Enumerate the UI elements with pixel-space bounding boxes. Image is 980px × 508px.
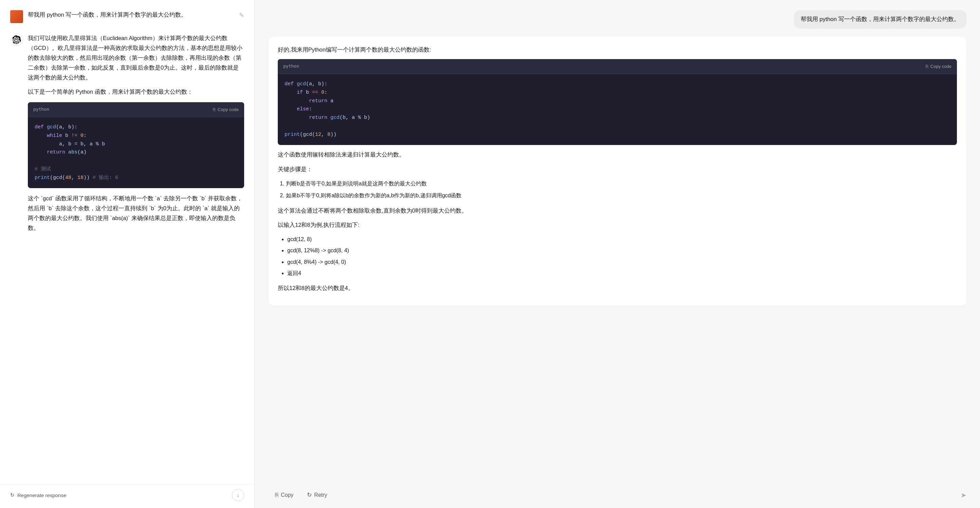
step-item-2: 如果b不等于0,则将a除以b的余数作为新的a,b作为新的b,递归调用gcd函数 — [286, 191, 957, 200]
right-code-header: python ⎘ Copy code — [278, 59, 957, 74]
left-code-block: python ⎘ Copy code def gcd(a, b): while … — [28, 102, 244, 188]
left-code-body: def gcd(a, b): while b != 0: a, b = b, a… — [28, 117, 244, 188]
left-bottom-bar: ↻ Regenerate response ↓ — [0, 484, 255, 508]
code-line-7: print(gcd(48, 18)) # 输出: 6 — [35, 174, 237, 182]
user-message-text: 帮我用 python 写一个函数，用来计算两个数字的最大公约数。 — [28, 10, 234, 19]
ai-message-row: 我们可以使用欧几里得算法（Euclidean Algorithm）来计算两个数的… — [10, 33, 244, 238]
copy-code-button[interactable]: ⎘ Copy code — [213, 107, 239, 112]
copy-label: Copy — [281, 492, 293, 498]
copy-icon: ⎘ — [213, 107, 216, 112]
example-steps-list: gcd(12, 8) gcd(8, 12%8) -> gcd(8, 4) gcd… — [278, 235, 957, 278]
example-step-3: gcd(4, 8%4) -> gcd(4, 0) — [287, 257, 957, 267]
right-example-intro: 以输入12和8为例,执行流程如下: — [278, 220, 957, 230]
right-bottom-bar: Copy Retry ➤ — [255, 483, 980, 508]
ai-message-content: 我们可以使用欧几里得算法（Euclidean Algorithm）来计算两个数的… — [28, 33, 244, 238]
scroll-down-icon: ↓ — [237, 493, 239, 498]
scroll-down-button[interactable]: ↓ — [232, 489, 244, 501]
right-conclusion: 所以12和8的最大公约数是4。 — [278, 283, 957, 293]
chatgpt-logo-icon — [12, 35, 21, 44]
user-avatar — [10, 10, 23, 23]
example-step-4: 返回4 — [287, 269, 957, 278]
example-step-1: gcd(12, 8) — [287, 235, 957, 244]
right-copy-icon: ⎘ — [926, 64, 928, 69]
steps-list: 判断b是否等于0,如果是则说明a就是这两个数的最大公约数 如果b不等于0,则将a… — [278, 179, 957, 200]
step-item-1: 判断b是否等于0,如果是则说明a就是这两个数的最大公约数 — [286, 179, 957, 188]
user-avatar-image — [10, 10, 23, 23]
ai-avatar — [10, 33, 23, 46]
key-steps-title: 关键步骤是： — [278, 164, 957, 174]
edit-icon[interactable]: ✎ — [239, 11, 244, 19]
right-copy-code-button[interactable]: ⎘ Copy code — [926, 64, 951, 69]
right-code-lang: python — [283, 62, 299, 70]
ai-intro-text: 我们可以使用欧几里得算法（Euclidean Algorithm）来计算两个数的… — [28, 33, 244, 82]
regenerate-button[interactable]: ↻ Regenerate response — [10, 492, 66, 498]
copy-action-icon — [275, 492, 278, 498]
code-line-3: a, b = b, a % b — [35, 140, 237, 149]
retry-label: Retry — [314, 492, 327, 498]
right-code-line-7: print(gcd(12, 8)) — [285, 131, 950, 139]
right-code-body: def gcd(a, b): if b == 0: return a else:… — [278, 74, 957, 145]
right-code-line-2: if b == 0: — [285, 89, 950, 97]
copy-button[interactable]: Copy — [268, 488, 300, 502]
edit-icon-area: ✎ — [239, 10, 244, 19]
code-line-1: def gcd(a, b): — [35, 123, 237, 132]
right-ai-intro: 好的,我来用Python编写一个计算两个数的最大公约数的函数: — [278, 45, 957, 55]
retry-action-icon — [307, 491, 312, 498]
ai-response-card: 好的,我来用Python编写一个计算两个数的最大公约数的函数: python ⎘… — [268, 37, 966, 306]
right-code-line-3: return a — [285, 97, 950, 106]
user-message-row: 帮我用 python 写一个函数，用来计算两个数字的最大公约数。 ✎ — [10, 7, 244, 23]
right-code-line-5: return gcd(b, a % b) — [285, 114, 950, 122]
example-step-2: gcd(8, 12%8) -> gcd(8, 4) — [287, 246, 957, 255]
right-code-line-6 — [285, 122, 950, 131]
send-icon[interactable]: ➤ — [961, 491, 966, 499]
right-scroll-content: 帮我用 python 写一个函数，用来计算两个数字的最大公约数。 好的,我来用P… — [255, 0, 980, 508]
code-header: python ⎘ Copy code — [28, 102, 244, 117]
code-line-6: # 测试 — [35, 166, 237, 174]
left-scroll-content: 帮我用 python 写一个函数，用来计算两个数字的最大公约数。 ✎ 我们可以使… — [0, 0, 255, 508]
code-line-2: while b != 0: — [35, 132, 237, 140]
ai-outro-text: 这个 `gcd` 函数采用了循环结构，不断地用一个数 `a` 去除另一个数 `b… — [28, 194, 244, 233]
code-line-4: return abs(a) — [35, 148, 237, 157]
right-ai-explanation: 这个函数使用辗转相除法来递归计算最大公约数。 — [278, 150, 957, 159]
code-line-5 — [35, 157, 237, 166]
left-panel: 帮我用 python 写一个函数，用来计算两个数字的最大公约数。 ✎ 我们可以使… — [0, 0, 255, 508]
right-bottom-bar-right: ➤ — [961, 491, 966, 499]
regen-icon: ↻ — [10, 492, 14, 498]
right-code-line-1: def gcd(a, b): — [285, 80, 950, 89]
regen-label: Regenerate response — [18, 492, 66, 498]
ai-pre-code-text: 以下是一个简单的 Python 函数，用来计算两个数的最大公约数： — [28, 87, 244, 97]
right-user-bubble: 帮我用 python 写一个函数，用来计算两个数字的最大公约数。 — [794, 10, 967, 29]
retry-button[interactable]: Retry — [300, 488, 334, 502]
right-panel: 帮我用 python 写一个函数，用来计算两个数字的最大公约数。 好的,我来用P… — [255, 0, 980, 508]
right-code-block: python ⎘ Copy code def gcd(a, b): if b =… — [278, 59, 957, 145]
right-summary: 这个算法会通过不断将两个数相除取余数,直到余数为0时得到最大公约数。 — [278, 206, 957, 216]
code-lang-label: python — [33, 106, 49, 113]
right-code-line-4: else: — [285, 105, 950, 114]
